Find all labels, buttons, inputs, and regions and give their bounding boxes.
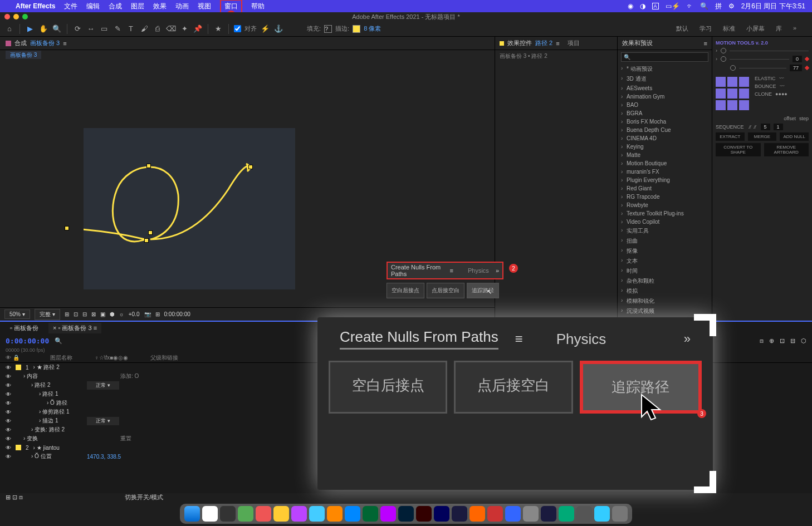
brush-tool-icon[interactable]: 🖌: [139, 24, 149, 34]
ease-both-icon[interactable]: [730, 65, 736, 71]
dock-app[interactable]: [238, 506, 253, 522]
pan-tool-icon[interactable]: ↔: [86, 24, 96, 34]
addnull-button[interactable]: ADD NULL: [780, 132, 809, 141]
menu-window[interactable]: 窗口 1: [220, 0, 242, 13]
menu-file[interactable]: 文件: [64, 2, 77, 11]
preset-item[interactable]: 3D 通道: [621, 74, 708, 84]
snap-option-icon[interactable]: ⚓: [273, 24, 283, 34]
dock-app[interactable]: [220, 506, 236, 522]
footer-icon[interactable]: ⊟: [82, 311, 87, 317]
preset-item[interactable]: 模糊和锐化: [621, 296, 708, 306]
tl-tab-2[interactable]: × ▫ 画板备份 3 ≡: [48, 323, 101, 333]
ease-out-icon[interactable]: [721, 56, 726, 62]
tl-icon[interactable]: ⧈: [760, 337, 764, 345]
camera-icon[interactable]: 📷: [144, 311, 151, 317]
app-name[interactable]: After Effects: [16, 2, 55, 10]
dock-app[interactable]: [327, 506, 343, 522]
battery-icon[interactable]: ▭⚡: [666, 2, 680, 10]
more-icon[interactable]: »: [684, 332, 691, 346]
nulls-title[interactable]: Create Nulls From Paths ≡ 2 Physics »: [387, 262, 503, 279]
overlay-btn-1[interactable]: 空白后接点: [329, 361, 447, 414]
zoom-dropdown[interactable]: 50% ▾: [4, 309, 30, 319]
stroke-swatch[interactable]: [353, 25, 360, 33]
preset-item[interactable]: Texture Toolkit Plug-ins: [621, 209, 708, 218]
tl-icon[interactable]: ⊡: [12, 494, 17, 500]
mode-small[interactable]: 小屏幕: [746, 24, 765, 33]
preset-item[interactable]: CINEMA 4D: [621, 134, 708, 142]
selection-tool-icon[interactable]: ▶: [25, 24, 35, 34]
footer-icon[interactable]: ⊞: [155, 311, 160, 317]
comp-title[interactable]: 画板备份 3: [30, 39, 60, 47]
timecode[interactable]: 0:00:00:00: [6, 337, 49, 345]
preset-item[interactable]: BAO: [621, 101, 708, 109]
preset-item[interactable]: Plugin Everything: [621, 176, 708, 184]
footer-icon[interactable]: ⊞: [65, 311, 69, 317]
preset-item[interactable]: AESweets: [621, 84, 708, 92]
tl-icon[interactable]: ⬡: [801, 337, 806, 345]
ease-in-icon[interactable]: [721, 48, 726, 53]
menu-effect[interactable]: 效果: [153, 2, 167, 11]
preset-item[interactable]: 实用工具: [621, 226, 708, 236]
dock-app[interactable]: [434, 506, 449, 522]
orbit-tool-icon[interactable]: ⟳: [72, 24, 82, 34]
preset-item[interactable]: 文本: [621, 256, 708, 266]
quality-dropdown[interactable]: 完整 ▾: [35, 309, 60, 320]
preset-item[interactable]: Buena Depth Cue: [621, 126, 708, 134]
dock-app[interactable]: [559, 506, 574, 522]
panel-menu-icon[interactable]: ≡: [450, 267, 453, 274]
preset-item[interactable]: Rowbyte: [621, 201, 708, 209]
menu-help[interactable]: 帮助: [251, 2, 265, 11]
shape-tool-icon[interactable]: ★: [213, 24, 223, 34]
status-icon[interactable]: A: [652, 3, 659, 9]
preset-item[interactable]: RG Trapcode: [621, 193, 708, 201]
seq-val-2[interactable]: 1: [774, 124, 783, 130]
footer-icon[interactable]: ⬢: [110, 311, 115, 317]
dock-app[interactable]: [416, 506, 432, 522]
menu-view[interactable]: 视图: [198, 2, 211, 11]
stroke-width[interactable]: 8 像素: [364, 24, 381, 33]
project-tab[interactable]: 项目: [568, 39, 580, 47]
menu-layer[interactable]: 图层: [131, 2, 144, 11]
tl-icon[interactable]: ⊡: [780, 337, 785, 345]
preset-item[interactable]: 模拟: [621, 286, 708, 296]
dock-app[interactable]: [594, 506, 610, 522]
preset-item[interactable]: * 动画预设: [621, 64, 708, 74]
comp-canvas[interactable]: [84, 128, 295, 289]
dock-app[interactable]: [202, 506, 218, 522]
overlay-btn-3[interactable]: 追踪路径 3: [580, 361, 702, 414]
presets-title[interactable]: 效果和预设: [622, 39, 653, 47]
menu-anim[interactable]: 动画: [175, 2, 189, 11]
menu-comp[interactable]: 合成: [109, 2, 122, 11]
preset-item[interactable]: 时间: [621, 266, 708, 276]
dock-app[interactable]: [273, 506, 289, 522]
convert-button[interactable]: CONVERT TO SHAPE: [716, 143, 761, 156]
dock-app[interactable]: [505, 506, 521, 522]
dock-app[interactable]: [291, 506, 307, 522]
more-icon[interactable]: »: [793, 24, 796, 33]
preset-item[interactable]: Matte: [621, 151, 708, 159]
close-icon[interactable]: [4, 14, 10, 19]
keyframe-icon[interactable]: [805, 57, 809, 61]
footer-icon[interactable]: ⊠: [91, 311, 96, 317]
dock-app[interactable]: [363, 506, 378, 522]
preset-item[interactable]: 抠像: [621, 246, 708, 256]
motion-val-1[interactable]: 0: [793, 56, 802, 62]
footer-icon[interactable]: ▣: [100, 311, 105, 317]
tl-icon[interactable]: ⊟: [790, 337, 795, 345]
motion-val-2[interactable]: 77: [790, 65, 802, 71]
preset-item[interactable]: Red Giant: [621, 184, 708, 193]
mode-default[interactable]: 默认: [676, 24, 688, 33]
panel-menu-icon[interactable]: ≡: [704, 40, 707, 47]
path-anchor[interactable]: [146, 164, 151, 168]
status-icon[interactable]: ◑: [640, 2, 645, 10]
preset-item[interactable]: 杂色和颗粒: [621, 276, 708, 286]
toggle-switches[interactable]: 切换开关/模式: [125, 494, 163, 500]
panel-menu-icon[interactable]: ≡: [63, 40, 66, 47]
seq-val-1[interactable]: 5: [761, 124, 770, 130]
dock-app[interactable]: [380, 506, 396, 522]
tl-icon[interactable]: ⊞: [6, 494, 11, 500]
path-anchor[interactable]: [248, 165, 253, 169]
anchor-grid[interactable]: [716, 77, 749, 110]
roto-tool-icon[interactable]: ✦: [179, 24, 189, 34]
datetime[interactable]: 2月6日 周日 下午3:51: [741, 2, 805, 11]
